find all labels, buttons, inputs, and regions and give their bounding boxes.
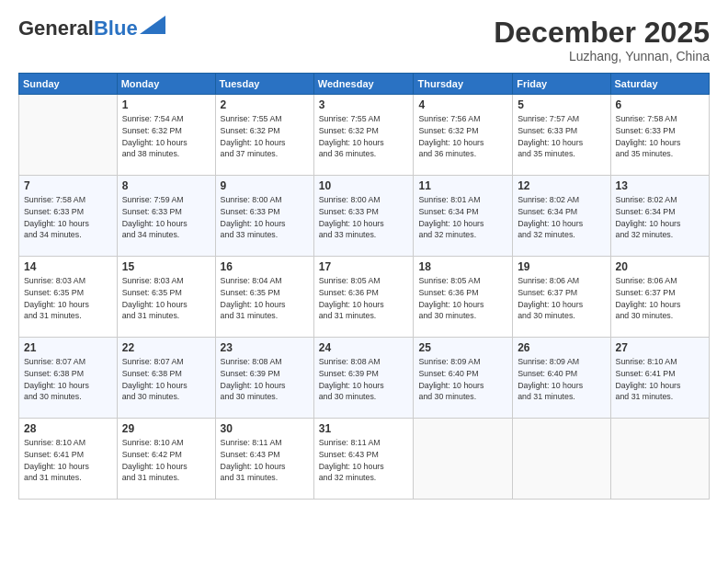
day-info: Sunrise: 8:00 AM Sunset: 6:33 PM Dayligh… bbox=[221, 194, 309, 241]
calendar-cell: 13Sunrise: 8:02 AM Sunset: 6:34 PM Dayli… bbox=[610, 176, 709, 257]
logo-text-blue: Blue bbox=[94, 17, 138, 40]
calendar-cell bbox=[19, 95, 118, 176]
calendar-cell: 4Sunrise: 7:56 AM Sunset: 6:32 PM Daylig… bbox=[414, 95, 513, 176]
day-info: Sunrise: 8:05 AM Sunset: 6:36 PM Dayligh… bbox=[418, 275, 507, 322]
day-info: Sunrise: 8:06 AM Sunset: 6:37 PM Dayligh… bbox=[616, 275, 704, 322]
page: General Blue December 2025 Luzhang, Yunn… bbox=[0, 0, 728, 563]
day-info: Sunrise: 8:10 AM Sunset: 6:41 PM Dayligh… bbox=[24, 437, 112, 484]
day-info: Sunrise: 7:56 AM Sunset: 6:32 PM Dayligh… bbox=[418, 113, 507, 160]
calendar-table: Sunday Monday Tuesday Wednesday Thursday… bbox=[18, 73, 710, 500]
day-number: 1 bbox=[122, 98, 210, 111]
calendar-cell: 30Sunrise: 8:11 AM Sunset: 6:43 PM Dayli… bbox=[215, 419, 313, 500]
calendar-cell: 16Sunrise: 8:04 AM Sunset: 6:35 PM Dayli… bbox=[215, 257, 313, 338]
day-number: 22 bbox=[122, 341, 210, 354]
title-block: December 2025 Luzhang, Yunnan, China bbox=[494, 17, 710, 63]
calendar-cell: 24Sunrise: 8:08 AM Sunset: 6:39 PM Dayli… bbox=[313, 338, 414, 419]
calendar-cell: 19Sunrise: 8:06 AM Sunset: 6:37 PM Dayli… bbox=[513, 257, 610, 338]
day-number: 6 bbox=[616, 98, 704, 111]
day-number: 28 bbox=[24, 422, 112, 435]
day-number: 31 bbox=[319, 422, 409, 435]
calendar-cell: 31Sunrise: 8:11 AM Sunset: 6:43 PM Dayli… bbox=[313, 419, 414, 500]
day-info: Sunrise: 8:03 AM Sunset: 6:35 PM Dayligh… bbox=[24, 275, 112, 322]
calendar-cell: 11Sunrise: 8:01 AM Sunset: 6:34 PM Dayli… bbox=[414, 176, 513, 257]
calendar-cell: 17Sunrise: 8:05 AM Sunset: 6:36 PM Dayli… bbox=[313, 257, 414, 338]
day-info: Sunrise: 8:06 AM Sunset: 6:37 PM Dayligh… bbox=[518, 275, 605, 322]
day-number: 13 bbox=[616, 179, 704, 192]
month-title: December 2025 bbox=[494, 17, 710, 49]
day-number: 19 bbox=[518, 260, 605, 273]
day-info: Sunrise: 8:08 AM Sunset: 6:39 PM Dayligh… bbox=[221, 356, 309, 403]
day-info: Sunrise: 7:58 AM Sunset: 6:33 PM Dayligh… bbox=[24, 194, 112, 241]
day-info: Sunrise: 8:04 AM Sunset: 6:35 PM Dayligh… bbox=[221, 275, 309, 322]
day-number: 11 bbox=[418, 179, 507, 192]
day-info: Sunrise: 8:08 AM Sunset: 6:39 PM Dayligh… bbox=[319, 356, 409, 403]
day-number: 9 bbox=[221, 179, 309, 192]
calendar-cell: 8Sunrise: 7:59 AM Sunset: 6:33 PM Daylig… bbox=[117, 176, 215, 257]
calendar-cell: 2Sunrise: 7:55 AM Sunset: 6:32 PM Daylig… bbox=[215, 95, 313, 176]
day-number: 25 bbox=[418, 341, 507, 354]
calendar-cell: 15Sunrise: 8:03 AM Sunset: 6:35 PM Dayli… bbox=[117, 257, 215, 338]
calendar-cell: 9Sunrise: 8:00 AM Sunset: 6:33 PM Daylig… bbox=[215, 176, 313, 257]
day-number: 26 bbox=[518, 341, 605, 354]
day-info: Sunrise: 8:07 AM Sunset: 6:38 PM Dayligh… bbox=[122, 356, 210, 403]
calendar-cell: 20Sunrise: 8:06 AM Sunset: 6:37 PM Dayli… bbox=[610, 257, 709, 338]
day-number: 7 bbox=[24, 179, 112, 192]
day-info: Sunrise: 8:00 AM Sunset: 6:33 PM Dayligh… bbox=[319, 194, 409, 241]
day-number: 12 bbox=[518, 179, 605, 192]
day-number: 23 bbox=[221, 341, 309, 354]
day-number: 14 bbox=[24, 260, 112, 273]
day-number: 17 bbox=[319, 260, 409, 273]
day-info: Sunrise: 8:07 AM Sunset: 6:38 PM Dayligh… bbox=[24, 356, 112, 403]
day-number: 2 bbox=[221, 98, 309, 111]
col-saturday: Saturday bbox=[610, 74, 709, 95]
day-number: 8 bbox=[122, 179, 210, 192]
col-tuesday: Tuesday bbox=[215, 74, 313, 95]
day-info: Sunrise: 7:55 AM Sunset: 6:32 PM Dayligh… bbox=[319, 113, 409, 160]
col-wednesday: Wednesday bbox=[313, 74, 414, 95]
calendar-week-5: 28Sunrise: 8:10 AM Sunset: 6:41 PM Dayli… bbox=[19, 419, 710, 500]
calendar-header: Sunday Monday Tuesday Wednesday Thursday… bbox=[19, 74, 710, 95]
day-number: 29 bbox=[122, 422, 210, 435]
day-number: 4 bbox=[418, 98, 507, 111]
day-info: Sunrise: 8:02 AM Sunset: 6:34 PM Dayligh… bbox=[518, 194, 605, 241]
col-sunday: Sunday bbox=[19, 74, 118, 95]
col-monday: Monday bbox=[117, 74, 215, 95]
day-number: 21 bbox=[24, 341, 112, 354]
col-friday: Friday bbox=[513, 74, 610, 95]
calendar-cell: 10Sunrise: 8:00 AM Sunset: 6:33 PM Dayli… bbox=[313, 176, 414, 257]
day-number: 15 bbox=[122, 260, 210, 273]
day-info: Sunrise: 8:03 AM Sunset: 6:35 PM Dayligh… bbox=[122, 275, 210, 322]
day-number: 5 bbox=[518, 98, 605, 111]
day-number: 20 bbox=[616, 260, 704, 273]
day-info: Sunrise: 8:09 AM Sunset: 6:40 PM Dayligh… bbox=[418, 356, 507, 403]
calendar-week-3: 14Sunrise: 8:03 AM Sunset: 6:35 PM Dayli… bbox=[19, 257, 710, 338]
day-info: Sunrise: 8:11 AM Sunset: 6:43 PM Dayligh… bbox=[319, 437, 409, 484]
calendar-cell: 23Sunrise: 8:08 AM Sunset: 6:39 PM Dayli… bbox=[215, 338, 313, 419]
calendar-cell: 3Sunrise: 7:55 AM Sunset: 6:32 PM Daylig… bbox=[313, 95, 414, 176]
calendar-week-4: 21Sunrise: 8:07 AM Sunset: 6:38 PM Dayli… bbox=[19, 338, 710, 419]
header: General Blue December 2025 Luzhang, Yunn… bbox=[18, 17, 710, 63]
day-info: Sunrise: 7:57 AM Sunset: 6:33 PM Dayligh… bbox=[518, 113, 605, 160]
day-info: Sunrise: 8:10 AM Sunset: 6:41 PM Dayligh… bbox=[616, 356, 704, 403]
day-info: Sunrise: 8:05 AM Sunset: 6:36 PM Dayligh… bbox=[319, 275, 409, 322]
header-row: Sunday Monday Tuesday Wednesday Thursday… bbox=[19, 74, 710, 95]
calendar-cell: 5Sunrise: 7:57 AM Sunset: 6:33 PM Daylig… bbox=[513, 95, 610, 176]
day-info: Sunrise: 8:10 AM Sunset: 6:42 PM Dayligh… bbox=[122, 437, 210, 484]
day-info: Sunrise: 7:59 AM Sunset: 6:33 PM Dayligh… bbox=[122, 194, 210, 241]
calendar-cell: 27Sunrise: 8:10 AM Sunset: 6:41 PM Dayli… bbox=[610, 338, 709, 419]
calendar-week-1: 1Sunrise: 7:54 AM Sunset: 6:32 PM Daylig… bbox=[19, 95, 710, 176]
day-number: 30 bbox=[221, 422, 309, 435]
calendar-cell: 21Sunrise: 8:07 AM Sunset: 6:38 PM Dayli… bbox=[19, 338, 118, 419]
calendar-cell: 7Sunrise: 7:58 AM Sunset: 6:33 PM Daylig… bbox=[19, 176, 118, 257]
day-number: 10 bbox=[319, 179, 409, 192]
day-number: 27 bbox=[616, 341, 704, 354]
calendar-week-2: 7Sunrise: 7:58 AM Sunset: 6:33 PM Daylig… bbox=[19, 176, 710, 257]
calendar-cell: 26Sunrise: 8:09 AM Sunset: 6:40 PM Dayli… bbox=[513, 338, 610, 419]
day-info: Sunrise: 7:55 AM Sunset: 6:32 PM Dayligh… bbox=[221, 113, 309, 160]
calendar-cell: 6Sunrise: 7:58 AM Sunset: 6:33 PM Daylig… bbox=[610, 95, 709, 176]
svg-marker-0 bbox=[140, 16, 165, 34]
calendar-cell: 12Sunrise: 8:02 AM Sunset: 6:34 PM Dayli… bbox=[513, 176, 610, 257]
day-info: Sunrise: 8:01 AM Sunset: 6:34 PM Dayligh… bbox=[418, 194, 507, 241]
day-info: Sunrise: 8:02 AM Sunset: 6:34 PM Dayligh… bbox=[616, 194, 704, 241]
calendar-body: 1Sunrise: 7:54 AM Sunset: 6:32 PM Daylig… bbox=[19, 95, 710, 500]
